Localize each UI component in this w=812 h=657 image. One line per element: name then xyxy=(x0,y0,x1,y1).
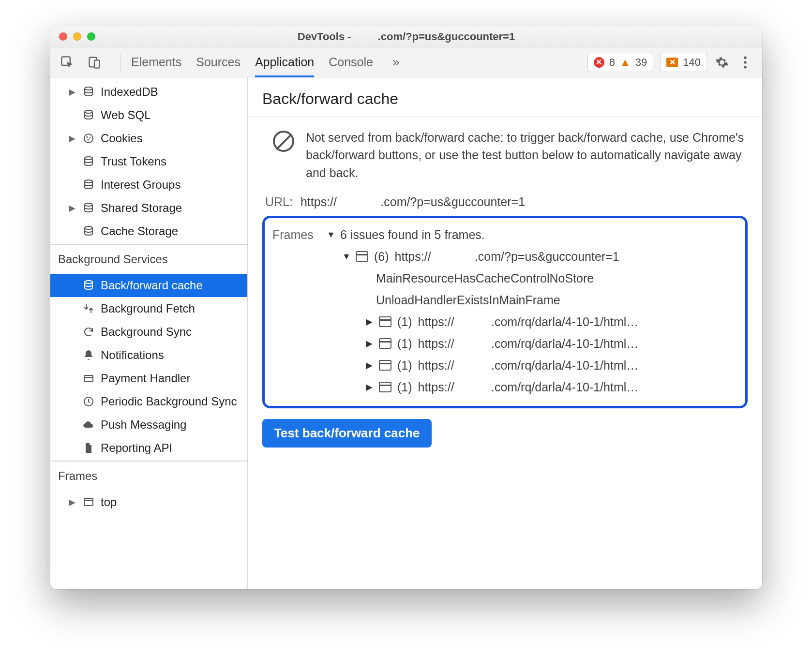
sidebar-item-label: Reporting API xyxy=(101,441,242,455)
sidebar-item-web-sql[interactable]: ▶Web SQL xyxy=(50,104,247,127)
chevron-right-icon: ▶ xyxy=(68,497,76,508)
frame-icon xyxy=(356,251,368,262)
chevron-right-icon: ▶ xyxy=(365,316,373,327)
issue-count: (6) xyxy=(374,250,389,264)
frame-child-row[interactable]: ▶(1)https:// .com/rq/darla/4-10-1/html… xyxy=(271,376,739,398)
tabs-overflow-icon[interactable]: » xyxy=(388,47,404,77)
minimize-window[interactable] xyxy=(73,32,81,41)
devtools-window: DevTools - .com/?p=us&guccounter=1 xyxy=(50,26,762,589)
frames-issues-box: Frames ▼ 6 issues found in 5 frames. ▼ (… xyxy=(262,216,748,408)
issue-count: (1) xyxy=(397,315,412,329)
chevron-right-icon: ▶ xyxy=(365,382,373,392)
sidebar-item-notifications[interactable]: ▶Notifications xyxy=(50,343,247,367)
sidebar-item-back-forward-cache[interactable]: ▶Back/forward cache xyxy=(50,274,247,297)
sidebar-item-label: Cookies xyxy=(101,132,242,145)
test-bfcache-button[interactable]: Test back/forward cache xyxy=(262,419,432,448)
frame-url: https:// .com/rq/darla/4-10-1/html… xyxy=(418,380,737,394)
fetch-icon xyxy=(82,302,95,315)
url-value: https:// .com/?p=us&guccounter=1 xyxy=(301,195,525,209)
db-icon xyxy=(82,279,95,292)
issue-count: (1) xyxy=(397,337,412,351)
tab-console[interactable]: Console xyxy=(329,47,373,77)
svg-point-6 xyxy=(85,87,92,90)
sidebar-item-interest-groups[interactable]: ▶Interest Groups xyxy=(50,173,247,196)
frame-icon xyxy=(379,360,391,371)
notice-text: Not served from back/forward cache: to t… xyxy=(306,129,748,181)
zoom-window[interactable] xyxy=(87,32,95,41)
bell-icon xyxy=(82,349,95,361)
db-icon xyxy=(82,109,95,121)
tab-elements[interactable]: Elements xyxy=(131,47,181,77)
sync-icon xyxy=(82,326,95,338)
card-icon xyxy=(82,372,95,385)
issue-count: (1) xyxy=(397,380,412,394)
svg-point-8 xyxy=(84,134,93,143)
frame-child-row[interactable]: ▶(1)https:// .com/rq/darla/4-10-1/html… xyxy=(271,355,739,376)
sidebar-item-label: Cache Storage xyxy=(101,224,242,238)
chevron-right-icon: ▶ xyxy=(365,338,373,349)
svg-point-11 xyxy=(87,139,89,140)
svg-point-4 xyxy=(744,61,747,64)
error-count: 8 xyxy=(609,56,615,69)
sidebar-item-push-messaging[interactable]: ▶Push Messaging xyxy=(50,413,247,436)
inspect-element-icon[interactable] xyxy=(59,54,75,71)
application-sidebar: ▶IndexedDB▶Web SQL▶Cookies▶Trust Tokens▶… xyxy=(50,77,248,589)
sidebar-item-label: Periodic Background Sync xyxy=(101,395,242,408)
sidebar-item-background-fetch[interactable]: ▶Background Fetch xyxy=(50,297,247,320)
db-icon xyxy=(82,179,95,191)
chevron-right-icon: ▶ xyxy=(68,203,76,213)
chevron-down-icon: ▼ xyxy=(327,230,334,240)
sidebar-item-cache-storage[interactable]: ▶Cache Storage xyxy=(50,220,247,243)
cloud-icon xyxy=(82,418,95,431)
svg-point-5 xyxy=(744,66,747,69)
close-window[interactable] xyxy=(59,32,67,41)
sidebar-item-label: Notifications xyxy=(101,348,242,362)
frame-root-row[interactable]: ▼ (6) https:// .com/?p=us&guccounter=1 xyxy=(271,246,739,268)
frame-child-row[interactable]: ▶(1)https:// .com/rq/darla/4-10-1/html… xyxy=(271,333,739,355)
sidebar-item-top[interactable]: ▶top xyxy=(50,491,247,514)
clock-icon xyxy=(82,395,95,408)
issue-count: (1) xyxy=(397,358,412,373)
frames-summary-row[interactable]: Frames ▼ 6 issues found in 5 frames. xyxy=(271,224,739,246)
frame-icon xyxy=(379,382,391,392)
message-icon: ✕ xyxy=(666,58,678,67)
bfcache-reason: MainResourceHasCacheControlNoStore xyxy=(376,271,594,285)
panel-heading: Back/forward cache xyxy=(248,77,762,117)
panel-tabs: Elements Sources Application Console » xyxy=(127,47,404,77)
frame-url: https:// .com/rq/darla/4-10-1/html… xyxy=(418,337,737,351)
frame-child-row[interactable]: ▶(1)https:// .com/rq/darla/4-10-1/html… xyxy=(271,311,739,333)
chevron-right-icon: ▶ xyxy=(365,360,373,371)
message-count: 140 xyxy=(683,56,701,69)
errors-warnings-pill[interactable]: ✕ 8 ▲ 39 xyxy=(587,53,654,72)
sidebar-item-periodic-background-sync[interactable]: ▶Periodic Background Sync xyxy=(50,390,247,413)
sidebar-item-label: Interest Groups xyxy=(101,178,242,192)
tab-sources[interactable]: Sources xyxy=(196,47,241,77)
sidebar-item-label: IndexedDB xyxy=(101,85,242,99)
device-toggle-icon[interactable] xyxy=(86,54,103,71)
sidebar-item-background-sync[interactable]: ▶Background Sync xyxy=(50,320,247,343)
svg-point-3 xyxy=(744,56,747,59)
more-icon[interactable] xyxy=(737,54,753,71)
svg-point-9 xyxy=(86,136,88,137)
messages-pill[interactable]: ✕ 140 xyxy=(660,53,707,72)
svg-point-10 xyxy=(89,137,90,138)
url-row: URL: https:// .com/?p=us&guccounter=1 xyxy=(265,195,748,209)
sidebar-item-cookies[interactable]: ▶Cookies xyxy=(50,127,247,150)
bfcache-reason: UnloadHandlerExistsInMainFrame xyxy=(376,293,560,307)
sidebar-item-indexeddb[interactable]: ▶IndexedDB xyxy=(50,80,247,104)
sidebar-item-label: Trust Tokens xyxy=(101,155,242,168)
chevron-right-icon: ▶ xyxy=(68,133,76,144)
frame-url: https:// .com/rq/darla/4-10-1/html… xyxy=(418,358,737,373)
sidebar-item-label: Background Fetch xyxy=(101,302,242,315)
tab-application[interactable]: Application xyxy=(255,47,314,77)
svg-point-16 xyxy=(85,281,92,284)
sidebar-item-reporting-api[interactable]: ▶Reporting API xyxy=(50,436,247,460)
sidebar-item-label: Push Messaging xyxy=(101,418,242,432)
sidebar-item-payment-handler[interactable]: ▶Payment Handler xyxy=(50,367,247,390)
sidebar-item-trust-tokens[interactable]: ▶Trust Tokens xyxy=(50,150,247,173)
gear-icon[interactable] xyxy=(714,54,730,71)
sidebar-item-shared-storage[interactable]: ▶Shared Storage xyxy=(50,196,247,220)
sidebar-item-label: Payment Handler xyxy=(101,372,242,385)
window-title: DevTools - .com/?p=us&guccounter=1 xyxy=(50,30,762,43)
bfcache-notice: Not served from back/forward cache: to t… xyxy=(273,129,748,181)
